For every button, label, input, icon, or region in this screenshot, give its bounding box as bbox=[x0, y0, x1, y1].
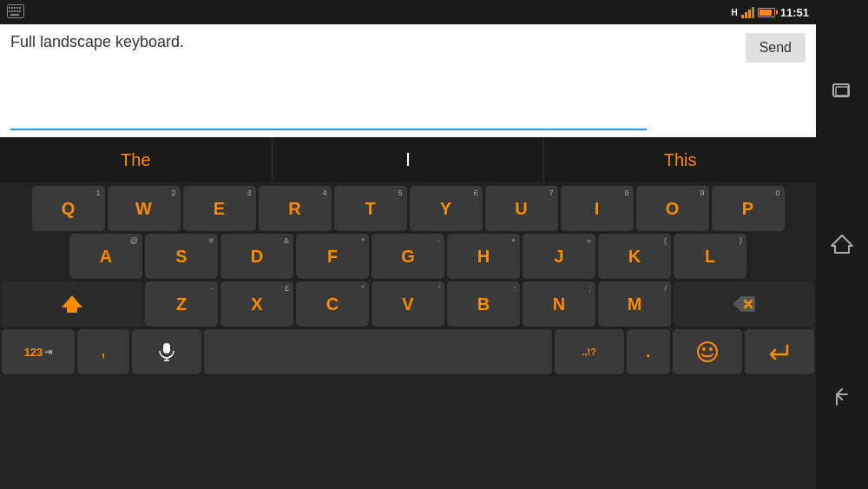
suggestion-the[interactable]: The bbox=[0, 137, 273, 182]
signal-bars-icon bbox=[741, 6, 754, 18]
text-input-area: Full landscape keyboard. Send bbox=[0, 24, 816, 137]
key-n[interactable]: N; bbox=[523, 281, 595, 327]
status-bar: H 11:51 bbox=[0, 0, 816, 24]
svg-rect-8 bbox=[14, 10, 16, 12]
keyboard: Q1 W2 E3 R4 T5 Y6 U7 I8 O9 P0 A@ S# D& F… bbox=[0, 182, 816, 489]
key-e[interactable]: E3 bbox=[183, 186, 256, 231]
svg-rect-3 bbox=[14, 7, 16, 9]
suggestions-bar: The I This bbox=[0, 137, 816, 182]
key-k[interactable]: K( bbox=[598, 234, 671, 279]
key-u[interactable]: U7 bbox=[485, 186, 558, 231]
key-x[interactable]: X£ bbox=[220, 281, 293, 327]
svg-rect-4 bbox=[16, 7, 18, 9]
key-t[interactable]: T5 bbox=[334, 186, 407, 231]
recent-apps-button[interactable] bbox=[823, 74, 861, 112]
svg-point-18 bbox=[698, 342, 717, 361]
home-button[interactable] bbox=[823, 225, 861, 263]
num-label: 123 bbox=[24, 346, 43, 359]
shift-key[interactable] bbox=[2, 281, 142, 327]
svg-point-20 bbox=[709, 347, 713, 351]
battery-icon bbox=[758, 8, 775, 17]
key-q[interactable]: Q1 bbox=[32, 186, 105, 231]
punct-key[interactable]: .,!? bbox=[555, 329, 624, 374]
period-key[interactable]: . bbox=[627, 329, 670, 374]
nav-bar bbox=[816, 0, 868, 489]
key-row-2: A@ S# D& F* G- H+ J= K( L) bbox=[2, 234, 814, 279]
space-key[interactable] bbox=[204, 329, 551, 374]
comma-key[interactable]: , bbox=[77, 329, 129, 374]
key-m[interactable]: M/ bbox=[598, 281, 671, 327]
key-g[interactable]: G- bbox=[372, 234, 444, 279]
key-d[interactable]: D& bbox=[220, 234, 293, 279]
time-display: 11:51 bbox=[780, 6, 809, 19]
key-j[interactable]: J= bbox=[523, 234, 595, 279]
key-y[interactable]: Y6 bbox=[410, 186, 483, 231]
back-button[interactable] bbox=[823, 377, 861, 415]
key-r[interactable]: R4 bbox=[259, 186, 332, 231]
mic-key[interactable] bbox=[132, 329, 201, 374]
svg-rect-7 bbox=[11, 10, 13, 12]
enter-key[interactable] bbox=[745, 329, 814, 374]
svg-rect-9 bbox=[16, 10, 18, 12]
key-o[interactable]: O9 bbox=[636, 186, 709, 231]
input-text: Full landscape keyboard. bbox=[10, 33, 806, 125]
svg-rect-6 bbox=[9, 10, 10, 12]
key-h[interactable]: H+ bbox=[447, 234, 520, 279]
svg-point-19 bbox=[702, 347, 706, 351]
status-icons: H 11:51 bbox=[732, 6, 809, 19]
key-l[interactable]: L) bbox=[674, 234, 746, 279]
key-v[interactable]: V' bbox=[372, 281, 444, 327]
svg-marker-12 bbox=[62, 295, 82, 313]
main-area: H 11:51 Full landscape keyboard. Send Th… bbox=[0, 0, 816, 489]
keyboard-status-icon bbox=[7, 4, 24, 22]
key-f[interactable]: F* bbox=[296, 234, 369, 279]
key-row-1: Q1 W2 E3 R4 T5 Y6 U7 I8 O9 P0 bbox=[2, 186, 814, 231]
key-s[interactable]: S# bbox=[145, 234, 218, 279]
num-key[interactable]: 123 ⇥ bbox=[2, 329, 75, 374]
key-z[interactable]: Z- bbox=[145, 281, 218, 327]
backspace-key[interactable] bbox=[674, 281, 814, 327]
signal-h-label: H bbox=[732, 8, 738, 17]
svg-rect-22 bbox=[836, 87, 848, 96]
send-button[interactable]: Send bbox=[746, 33, 806, 63]
key-w[interactable]: W2 bbox=[108, 186, 181, 231]
key-row-3: Z- X£ C" V' B: N; M/ bbox=[2, 281, 814, 327]
key-c[interactable]: C" bbox=[296, 281, 369, 327]
svg-rect-10 bbox=[19, 10, 21, 12]
svg-rect-15 bbox=[163, 343, 170, 354]
suggestion-cursor[interactable]: I bbox=[273, 137, 545, 182]
svg-rect-5 bbox=[19, 7, 21, 9]
key-a[interactable]: A@ bbox=[69, 234, 142, 279]
key-row-4: 123 ⇥ , .,!? . bbox=[2, 329, 814, 374]
key-p[interactable]: P0 bbox=[712, 186, 785, 231]
svg-rect-1 bbox=[9, 7, 10, 9]
svg-marker-23 bbox=[832, 235, 852, 253]
svg-rect-11 bbox=[10, 14, 19, 16]
suggestion-this[interactable]: This bbox=[544, 137, 816, 182]
input-underline bbox=[10, 129, 647, 130]
key-b[interactable]: B: bbox=[447, 281, 520, 327]
key-i[interactable]: I8 bbox=[561, 186, 634, 231]
emoji-key[interactable] bbox=[673, 329, 742, 374]
svg-rect-2 bbox=[11, 7, 13, 9]
